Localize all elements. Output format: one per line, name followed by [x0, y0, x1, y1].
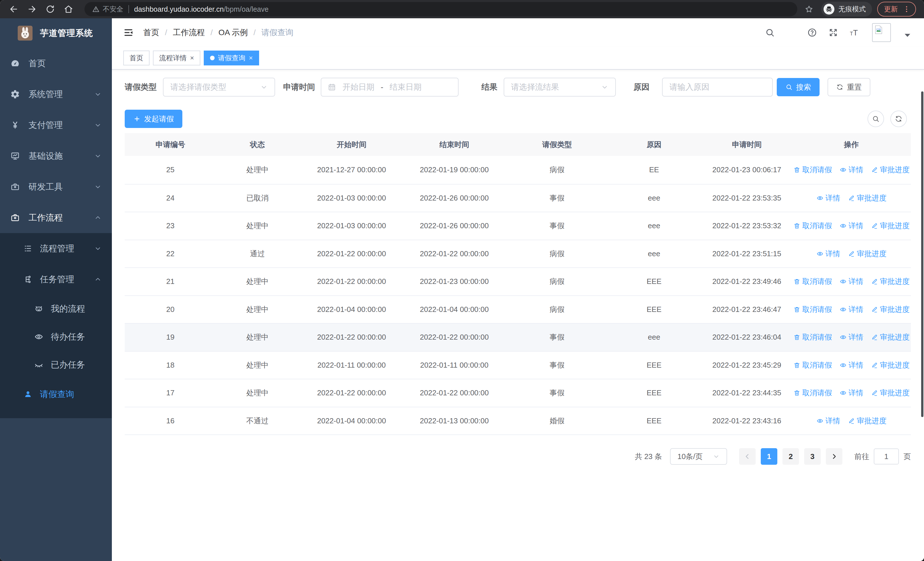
- sidebar-subitem-3[interactable]: 待办任务: [0, 323, 112, 351]
- chevron-down-icon: [94, 183, 102, 191]
- kebab-menu-icon[interactable]: [902, 5, 911, 14]
- refresh-icon: [895, 115, 903, 123]
- row-action-detail-link[interactable]: 详情: [816, 249, 840, 259]
- table-row[interactable]: 19处理中2022-01-22 00:00:002022-01-22 00:00…: [125, 323, 911, 351]
- cell-apply-time: 2022-01-22 23:43:16: [698, 417, 795, 425]
- leave-type-placeholder: 请选择请假类型: [170, 82, 226, 93]
- row-action-cancel-link[interactable]: 取消请假: [793, 304, 832, 314]
- row-action-progress-link[interactable]: 审批进度: [871, 360, 910, 370]
- row-action-cancel-link[interactable]: 取消请假: [793, 277, 832, 286]
- row-action-progress-link[interactable]: 审批进度: [871, 221, 910, 231]
- sidebar-item-0[interactable]: 首页: [0, 48, 112, 79]
- github-icon[interactable]: [786, 27, 796, 38]
- breadcrumb-item-0[interactable]: 首页: [143, 27, 159, 38]
- row-action-detail-link[interactable]: 详情: [840, 165, 864, 175]
- row-action-progress-link[interactable]: 审批进度: [848, 193, 886, 203]
- table-row[interactable]: 22通过2022-01-22 00:00:002022-01-22 00:00:…: [125, 240, 911, 268]
- row-action-progress-link[interactable]: 审批进度: [871, 388, 910, 398]
- row-action-progress-link[interactable]: 审批进度: [871, 165, 910, 175]
- table-row[interactable]: 25处理中2021-12-27 00:00:002022-01-19 00:00…: [125, 156, 911, 184]
- bookmark-star-icon[interactable]: [804, 4, 814, 14]
- page-scrollbar-thumb[interactable]: [921, 92, 923, 417]
- row-action-detail-link[interactable]: 详情: [840, 221, 864, 231]
- row-action-progress-link[interactable]: 审批进度: [871, 277, 910, 286]
- table-row[interactable]: 20处理中2022-01-04 00:00:002022-01-04 00:00…: [125, 295, 911, 323]
- fullscreen-icon[interactable]: [828, 27, 838, 38]
- row-action-detail-link[interactable]: 详情: [840, 277, 864, 286]
- font-size-icon[interactable]: TT: [849, 27, 860, 38]
- row-action-progress-link[interactable]: 审批进度: [871, 332, 910, 342]
- row-action-cancel-link[interactable]: 取消请假: [793, 332, 832, 342]
- table-row[interactable]: 16不通过2022-01-04 00:00:002022-01-13 00:00…: [125, 407, 911, 435]
- table-row[interactable]: 23处理中2022-01-03 00:00:002022-01-26 00:00…: [125, 212, 911, 240]
- row-action-progress-link[interactable]: 审批进度: [848, 249, 886, 259]
- row-action-detail-link[interactable]: 详情: [840, 360, 864, 370]
- reload-button[interactable]: [41, 2, 59, 16]
- chevron-right-icon: [830, 453, 838, 460]
- show-search-toggle-button[interactable]: [867, 111, 884, 127]
- omnibox-divider: [128, 5, 129, 13]
- row-action-cancel-link[interactable]: 取消请假: [793, 360, 832, 370]
- apply-time-range-picker[interactable]: 开始日期 - 结束日期: [321, 78, 459, 96]
- breadcrumb-item-1[interactable]: 工作流程: [173, 27, 205, 38]
- user-avatar-broken-image[interactable]: [872, 23, 891, 42]
- row-action-progress-link[interactable]: 审批进度: [871, 304, 910, 314]
- tab-2[interactable]: 请假查询×: [204, 51, 259, 65]
- table-row[interactable]: 18处理中2022-01-11 00:00:002022-01-11 00:00…: [125, 351, 911, 379]
- breadcrumb-item-2[interactable]: OA 示例: [219, 27, 248, 38]
- sidebar-subitem-0[interactable]: 流程管理: [0, 233, 112, 264]
- row-action-cancel-link[interactable]: 取消请假: [793, 165, 832, 175]
- sidebar-item-4[interactable]: 研发工具: [0, 171, 112, 202]
- home-button[interactable]: [59, 2, 78, 16]
- tab-0[interactable]: 首页: [123, 51, 150, 65]
- row-action-cancel-link[interactable]: 取消请假: [793, 388, 832, 398]
- help-icon[interactable]: [807, 27, 817, 38]
- reset-button[interactable]: 重置: [828, 78, 870, 96]
- eye-closed-icon: [34, 360, 44, 369]
- cell-reason: eee: [610, 333, 698, 341]
- table-row[interactable]: 24已取消2022-01-03 00:00:002022-01-26 00:00…: [125, 184, 911, 212]
- address-bar[interactable]: 不安全 dashboard.yudao.iocoder.cn/bpm/oa/le…: [84, 2, 797, 16]
- chrome-update-button[interactable]: 更新: [877, 2, 916, 17]
- sidebar-item-3[interactable]: 基础设施: [0, 141, 112, 171]
- table-row[interactable]: 21处理中2022-01-22 00:00:002022-01-23 00:00…: [125, 267, 911, 295]
- result-select[interactable]: 请选择流结果: [504, 78, 616, 96]
- avatar-caret-down-icon[interactable]: [902, 30, 913, 40]
- forward-button[interactable]: [23, 2, 41, 16]
- reason-input[interactable]: [663, 78, 772, 96]
- row-action-detail-link[interactable]: 详情: [816, 193, 840, 203]
- refresh-table-button[interactable]: [890, 111, 907, 127]
- collapse-sidebar-icon[interactable]: [123, 27, 134, 38]
- close-tab-icon[interactable]: ×: [249, 54, 253, 62]
- table-row[interactable]: 17处理中2022-01-22 00:00:002022-01-22 00:00…: [125, 379, 911, 407]
- row-action-detail-link[interactable]: 详情: [840, 388, 864, 398]
- page-1-button[interactable]: 1: [761, 448, 777, 465]
- cell-actions: 取消请假详情审批进度: [795, 165, 908, 175]
- next-page-button[interactable]: [826, 448, 842, 465]
- row-action-detail-link[interactable]: 详情: [840, 332, 864, 342]
- row-action-cancel-link[interactable]: 取消请假: [793, 221, 832, 231]
- row-action-detail-link[interactable]: 详情: [840, 304, 864, 314]
- close-tab-icon[interactable]: ×: [190, 54, 194, 62]
- search-icon[interactable]: [765, 27, 775, 38]
- sidebar-subitem-4[interactable]: 已办任务: [0, 351, 112, 379]
- page-2-button[interactable]: 2: [783, 448, 799, 465]
- search-button[interactable]: 搜索: [777, 78, 819, 96]
- sidebar-item-1[interactable]: 系统管理: [0, 79, 112, 110]
- row-action-detail-link[interactable]: 详情: [816, 416, 840, 426]
- leave-type-select[interactable]: 请选择请假类型: [163, 78, 275, 96]
- sidebar-item-5[interactable]: 工作流程: [0, 202, 112, 233]
- sidebar-subitem-5[interactable]: 请假查询: [0, 379, 112, 410]
- create-leave-button[interactable]: 发起请假: [125, 110, 182, 128]
- prev-page-button[interactable]: [739, 448, 756, 465]
- row-action-progress-link[interactable]: 审批进度: [848, 416, 886, 426]
- sidebar-logo[interactable]: 芋道管理系统: [0, 18, 112, 48]
- sidebar-subitem-2[interactable]: 我的流程: [0, 295, 112, 323]
- sidebar-item-2[interactable]: 支付管理: [0, 110, 112, 141]
- page-3-button[interactable]: 3: [804, 448, 821, 465]
- sidebar-subitem-1[interactable]: 任务管理: [0, 264, 112, 295]
- goto-page-input[interactable]: [874, 448, 899, 465]
- page-size-select[interactable]: 10条/页: [670, 448, 727, 465]
- tab-1[interactable]: 流程详情×: [153, 51, 200, 65]
- back-button[interactable]: [4, 2, 23, 16]
